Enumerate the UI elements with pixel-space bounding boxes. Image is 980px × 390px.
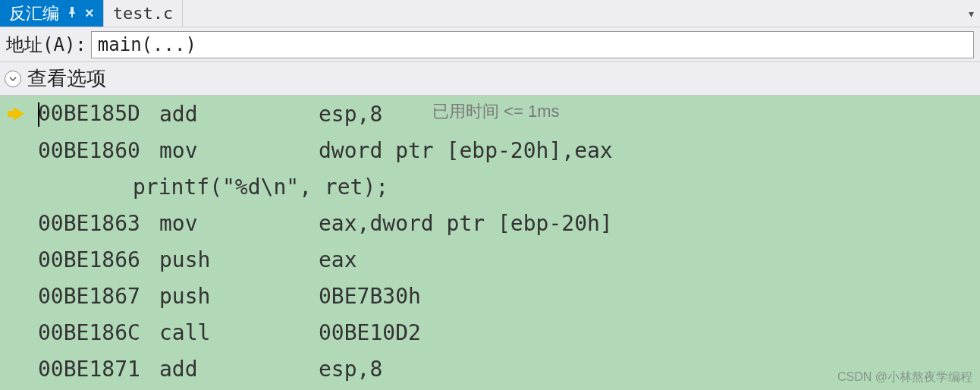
- address-column: 00BE186C: [38, 320, 159, 345]
- address-column: 00BE1863: [38, 211, 159, 236]
- watermark: CSDN @小林熬夜学编程: [837, 370, 972, 385]
- opcode-column: mov: [159, 138, 319, 163]
- address-input[interactable]: [91, 31, 974, 58]
- address-label: 地址(A):: [6, 33, 86, 57]
- asm-line[interactable]: 00BE1867push0BE7B30h: [0, 278, 980, 314]
- operand-column: 0BE7B30h: [319, 284, 421, 309]
- address-bar: 地址(A):: [0, 27, 980, 62]
- gutter: [0, 107, 38, 121]
- address-column: 00BE1867: [38, 284, 159, 309]
- tab-bar: 反汇编 × test.c ▾: [0, 0, 980, 27]
- tab-disassembly[interactable]: 反汇编 ×: [0, 0, 104, 27]
- address-column: 00BE185D: [38, 101, 159, 127]
- operand-column: esp,8: [319, 357, 382, 382]
- operand-column: esp,8: [319, 102, 382, 127]
- operand-column: dword ptr [ebp-20h],eax: [319, 138, 613, 163]
- asm-line[interactable]: 00BE186Ccall00BE10D2: [0, 314, 980, 351]
- view-options-row[interactable]: 查看选项: [0, 62, 980, 96]
- operand-column: eax: [319, 247, 357, 272]
- operand-column: eax,dword ptr [ebp-20h]: [319, 211, 613, 236]
- tab-label: test.c: [113, 4, 173, 23]
- opcode-column: call: [159, 320, 319, 345]
- asm-line[interactable]: 00BE185Daddesp,8: [0, 96, 980, 132]
- address-column: 00BE1860: [38, 138, 159, 163]
- asm-line[interactable]: 00BE1860movdword ptr [ebp-20h],eax: [0, 132, 980, 168]
- view-options-label: 查看选项: [27, 65, 106, 92]
- opcode-column: add: [159, 357, 319, 382]
- asm-line[interactable]: 00BE1871addesp,8: [0, 351, 980, 387]
- tab-source-file[interactable]: test.c: [104, 0, 183, 27]
- opcode-column: add: [159, 102, 319, 127]
- asm-line[interactable]: 00BE1863moveax,dword ptr [ebp-20h]: [0, 205, 980, 241]
- chevron-down-icon[interactable]: [5, 71, 21, 87]
- address-column: 00BE1866: [38, 247, 159, 272]
- close-icon[interactable]: ×: [85, 5, 94, 22]
- tab-label: 反汇编: [9, 2, 59, 25]
- disassembly-code-area[interactable]: 已用时间 <= 1ms 00BE185Daddesp,800BE1860movd…: [0, 96, 980, 390]
- current-instruction-arrow-icon: [14, 107, 24, 121]
- opcode-column: push: [159, 284, 319, 309]
- source-text: printf("%d\n", ret);: [38, 175, 388, 200]
- source-line[interactable]: printf("%d\n", ret);: [0, 168, 980, 205]
- pin-icon[interactable]: [67, 7, 77, 20]
- operand-column: 00BE10D2: [319, 320, 421, 345]
- address-column: 00BE1871: [38, 357, 159, 382]
- opcode-column: mov: [159, 211, 319, 236]
- asm-line[interactable]: 00BE1866pusheax: [0, 241, 980, 278]
- tab-overflow-dropdown[interactable]: ▾: [962, 0, 980, 27]
- opcode-column: push: [159, 247, 319, 272]
